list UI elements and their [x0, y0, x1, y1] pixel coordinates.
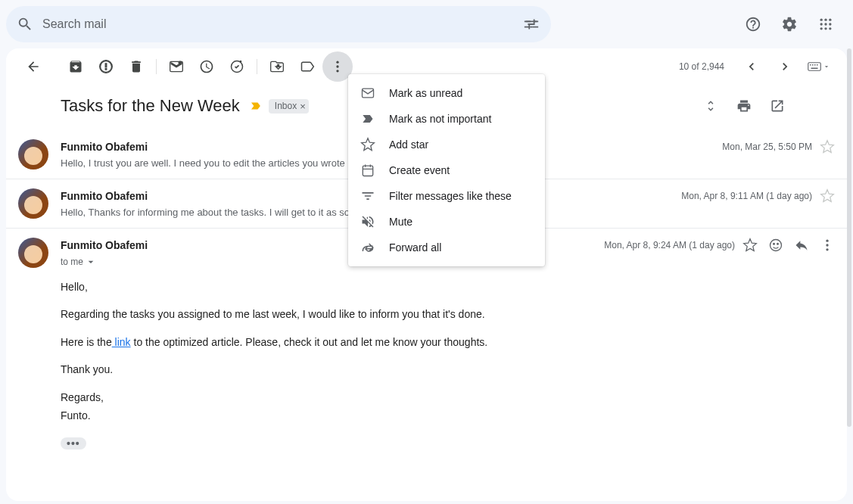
- sender-name: Funmito Obafemi: [61, 141, 148, 153]
- message-time: Mon, Apr 8, 9:24 AM (1 day ago): [604, 240, 735, 250]
- menu-item-label: Create event: [389, 164, 450, 176]
- svg-point-15: [336, 65, 338, 67]
- svg-point-27: [826, 244, 828, 246]
- message-counter: 10 of 2,944: [679, 61, 724, 72]
- print-button[interactable]: [729, 91, 759, 121]
- svg-rect-18: [810, 64, 811, 66]
- menu-item-label: Mark as unread: [389, 87, 462, 99]
- svg-rect-29: [363, 89, 374, 98]
- older-button[interactable]: [770, 51, 800, 82]
- star-button[interactable]: [820, 188, 835, 204]
- expand-all-button[interactable]: [696, 91, 726, 121]
- avatar: [18, 139, 48, 170]
- spam-button[interactable]: [91, 51, 121, 82]
- scrollbar[interactable]: [847, 48, 853, 504]
- svg-rect-30: [363, 166, 372, 176]
- search-box[interactable]: [6, 6, 551, 42]
- add-to-tasks-button[interactable]: [222, 51, 252, 82]
- svg-point-5: [829, 23, 831, 25]
- body-signature: Funto.: [61, 407, 835, 424]
- svg-point-25: [777, 244, 779, 245]
- message-time: Mon, Mar 25, 5:50 PM: [722, 142, 812, 152]
- star-button[interactable]: [742, 238, 758, 253]
- new-window-button[interactable]: [762, 91, 792, 121]
- menu-forward-all[interactable]: Forward all: [348, 235, 545, 260]
- svg-rect-22: [811, 68, 818, 70]
- svg-point-1: [824, 19, 827, 21]
- svg-point-23: [771, 240, 782, 251]
- topbar: [0, 0, 853, 48]
- inbox-label-chip[interactable]: Inbox ×: [269, 99, 309, 114]
- body-regards: Regards,: [61, 389, 835, 406]
- menu-mute[interactable]: Mute: [348, 209, 545, 235]
- body-thanks: Thank you.: [61, 361, 835, 378]
- support-button[interactable]: [738, 9, 768, 39]
- svg-rect-17: [808, 63, 821, 71]
- topbar-right: [738, 9, 841, 39]
- svg-point-16: [336, 70, 338, 72]
- star-button[interactable]: [820, 139, 835, 154]
- svg-point-24: [774, 244, 775, 245]
- menu-filter-messages[interactable]: Filter messages like these: [348, 183, 545, 209]
- menu-item-label: Mark as not important: [389, 113, 491, 125]
- body-paragraph: Regarding the tasks you assigned to me l…: [61, 306, 835, 322]
- menu-item-label: Add star: [389, 138, 428, 151]
- show-details-icon[interactable]: [85, 256, 97, 268]
- mark-unread-button[interactable]: [161, 51, 191, 82]
- svg-point-26: [826, 240, 828, 242]
- menu-create-event[interactable]: Create event: [348, 157, 545, 183]
- svg-rect-20: [814, 64, 816, 66]
- sender-name: Funmito Obafemi: [61, 239, 148, 251]
- email-subject: Tasks for the New Week: [61, 96, 240, 116]
- svg-point-4: [824, 23, 827, 25]
- svg-point-2: [829, 19, 831, 21]
- svg-rect-19: [812, 64, 814, 66]
- reply-button[interactable]: [794, 238, 809, 253]
- menu-item-label: Forward all: [389, 241, 441, 254]
- important-marker-icon[interactable]: [249, 99, 263, 113]
- newer-button[interactable]: [736, 51, 767, 82]
- svg-point-28: [826, 248, 828, 250]
- svg-point-0: [820, 19, 823, 21]
- svg-rect-21: [817, 64, 818, 66]
- search-input[interactable]: [33, 17, 516, 31]
- sender-name: Funmito Obafemi: [61, 190, 148, 202]
- react-button[interactable]: [768, 238, 783, 253]
- avatar: [18, 188, 48, 219]
- labels-button[interactable]: [292, 51, 322, 82]
- svg-rect-10: [105, 64, 107, 67]
- mail-panel: 10 of 2,944 Tasks for the New Week Inbox…: [6, 48, 847, 501]
- menu-item-label: Mute: [389, 216, 412, 228]
- label-text: Inbox: [275, 101, 297, 111]
- svg-rect-11: [105, 69, 107, 70]
- svg-point-3: [820, 23, 823, 25]
- message-more-button[interactable]: [820, 238, 835, 253]
- input-tools-button[interactable]: [803, 58, 835, 75]
- svg-point-6: [820, 27, 823, 30]
- settings-button[interactable]: [774, 9, 805, 39]
- message-time: Mon, Apr 8, 9:11 AM (1 day ago): [681, 191, 812, 201]
- menu-add-star[interactable]: Add star: [348, 132, 545, 157]
- apps-button[interactable]: [811, 9, 841, 39]
- svg-point-7: [824, 27, 827, 30]
- menu-mark-not-important[interactable]: Mark as not important: [348, 106, 545, 132]
- email-body: Hello, Regarding the tasks you assigned …: [61, 278, 835, 453]
- search-icon: [17, 16, 33, 33]
- back-button[interactable]: [18, 51, 48, 82]
- menu-mark-unread[interactable]: Mark as unread: [348, 80, 545, 106]
- svg-point-12: [179, 61, 182, 65]
- remove-label-icon[interactable]: ×: [300, 101, 306, 112]
- delete-button[interactable]: [121, 51, 151, 82]
- show-trimmed-button[interactable]: •••: [61, 437, 86, 450]
- body-greeting: Hello,: [61, 278, 835, 295]
- search-options-button[interactable]: [516, 9, 546, 39]
- recipient-line[interactable]: to me: [61, 256, 97, 268]
- avatar: [18, 238, 48, 268]
- svg-point-8: [829, 27, 831, 30]
- more-actions-menu: Mark as unread Mark as not important Add…: [348, 74, 545, 266]
- archive-button[interactable]: [61, 51, 91, 82]
- snooze-button[interactable]: [191, 51, 222, 82]
- move-to-button[interactable]: [262, 51, 292, 82]
- svg-point-14: [336, 61, 338, 64]
- article-link[interactable]: link: [112, 336, 131, 348]
